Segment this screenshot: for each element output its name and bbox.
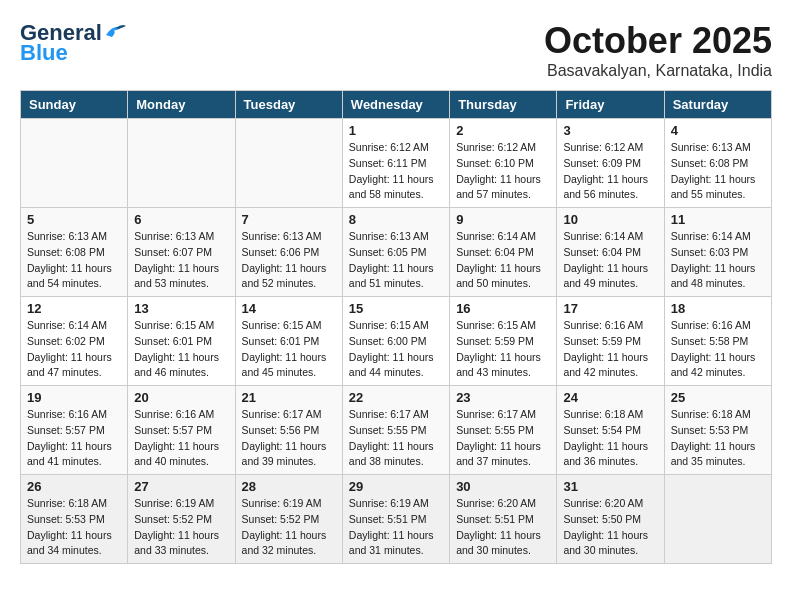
calendar-day-30: 30Sunrise: 6:20 AM Sunset: 5:51 PM Dayli… xyxy=(450,475,557,564)
calendar-day-9: 9Sunrise: 6:14 AM Sunset: 6:04 PM Daylig… xyxy=(450,208,557,297)
month-title: October 2025 xyxy=(544,20,772,62)
calendar-day-16: 16Sunrise: 6:15 AM Sunset: 5:59 PM Dayli… xyxy=(450,297,557,386)
day-info: Sunrise: 6:18 AM Sunset: 5:54 PM Dayligh… xyxy=(563,407,657,470)
day-number: 9 xyxy=(456,212,550,227)
day-number: 30 xyxy=(456,479,550,494)
calendar-day-21: 21Sunrise: 6:17 AM Sunset: 5:56 PM Dayli… xyxy=(235,386,342,475)
calendar-day-13: 13Sunrise: 6:15 AM Sunset: 6:01 PM Dayli… xyxy=(128,297,235,386)
calendar-day-empty xyxy=(235,119,342,208)
title-block: October 2025 Basavakalyan, Karnataka, In… xyxy=(544,20,772,80)
location-text: Basavakalyan, Karnataka, India xyxy=(544,62,772,80)
day-number: 5 xyxy=(27,212,121,227)
calendar-day-12: 12Sunrise: 6:14 AM Sunset: 6:02 PM Dayli… xyxy=(21,297,128,386)
calendar-week-row: 1Sunrise: 6:12 AM Sunset: 6:11 PM Daylig… xyxy=(21,119,772,208)
logo-blue-text: Blue xyxy=(20,40,68,66)
column-header-friday: Friday xyxy=(557,91,664,119)
day-info: Sunrise: 6:16 AM Sunset: 5:58 PM Dayligh… xyxy=(671,318,765,381)
day-number: 17 xyxy=(563,301,657,316)
day-number: 11 xyxy=(671,212,765,227)
column-header-wednesday: Wednesday xyxy=(342,91,449,119)
day-info: Sunrise: 6:19 AM Sunset: 5:52 PM Dayligh… xyxy=(134,496,228,559)
day-number: 6 xyxy=(134,212,228,227)
calendar-day-22: 22Sunrise: 6:17 AM Sunset: 5:55 PM Dayli… xyxy=(342,386,449,475)
calendar-day-26: 26Sunrise: 6:18 AM Sunset: 5:53 PM Dayli… xyxy=(21,475,128,564)
day-info: Sunrise: 6:19 AM Sunset: 5:52 PM Dayligh… xyxy=(242,496,336,559)
day-info: Sunrise: 6:12 AM Sunset: 6:10 PM Dayligh… xyxy=(456,140,550,203)
calendar-day-24: 24Sunrise: 6:18 AM Sunset: 5:54 PM Dayli… xyxy=(557,386,664,475)
day-number: 2 xyxy=(456,123,550,138)
calendar-week-row: 26Sunrise: 6:18 AM Sunset: 5:53 PM Dayli… xyxy=(21,475,772,564)
calendar-day-27: 27Sunrise: 6:19 AM Sunset: 5:52 PM Dayli… xyxy=(128,475,235,564)
day-number: 13 xyxy=(134,301,228,316)
calendar-day-empty xyxy=(128,119,235,208)
day-number: 16 xyxy=(456,301,550,316)
day-info: Sunrise: 6:15 AM Sunset: 5:59 PM Dayligh… xyxy=(456,318,550,381)
day-info: Sunrise: 6:15 AM Sunset: 6:01 PM Dayligh… xyxy=(134,318,228,381)
day-info: Sunrise: 6:18 AM Sunset: 5:53 PM Dayligh… xyxy=(27,496,121,559)
day-number: 15 xyxy=(349,301,443,316)
day-number: 24 xyxy=(563,390,657,405)
day-info: Sunrise: 6:18 AM Sunset: 5:53 PM Dayligh… xyxy=(671,407,765,470)
calendar-week-row: 5Sunrise: 6:13 AM Sunset: 6:08 PM Daylig… xyxy=(21,208,772,297)
day-number: 3 xyxy=(563,123,657,138)
day-info: Sunrise: 6:14 AM Sunset: 6:04 PM Dayligh… xyxy=(563,229,657,292)
day-number: 27 xyxy=(134,479,228,494)
calendar-day-15: 15Sunrise: 6:15 AM Sunset: 6:00 PM Dayli… xyxy=(342,297,449,386)
day-info: Sunrise: 6:13 AM Sunset: 6:05 PM Dayligh… xyxy=(349,229,443,292)
calendar-day-18: 18Sunrise: 6:16 AM Sunset: 5:58 PM Dayli… xyxy=(664,297,771,386)
day-number: 26 xyxy=(27,479,121,494)
day-info: Sunrise: 6:20 AM Sunset: 5:51 PM Dayligh… xyxy=(456,496,550,559)
day-info: Sunrise: 6:12 AM Sunset: 6:11 PM Dayligh… xyxy=(349,140,443,203)
calendar-day-25: 25Sunrise: 6:18 AM Sunset: 5:53 PM Dayli… xyxy=(664,386,771,475)
calendar-day-6: 6Sunrise: 6:13 AM Sunset: 6:07 PM Daylig… xyxy=(128,208,235,297)
day-info: Sunrise: 6:13 AM Sunset: 6:07 PM Dayligh… xyxy=(134,229,228,292)
day-info: Sunrise: 6:16 AM Sunset: 5:57 PM Dayligh… xyxy=(134,407,228,470)
day-info: Sunrise: 6:16 AM Sunset: 5:57 PM Dayligh… xyxy=(27,407,121,470)
day-info: Sunrise: 6:17 AM Sunset: 5:55 PM Dayligh… xyxy=(456,407,550,470)
calendar-day-17: 17Sunrise: 6:16 AM Sunset: 5:59 PM Dayli… xyxy=(557,297,664,386)
day-number: 1 xyxy=(349,123,443,138)
calendar-week-row: 19Sunrise: 6:16 AM Sunset: 5:57 PM Dayli… xyxy=(21,386,772,475)
day-info: Sunrise: 6:13 AM Sunset: 6:08 PM Dayligh… xyxy=(671,140,765,203)
calendar-day-2: 2Sunrise: 6:12 AM Sunset: 6:10 PM Daylig… xyxy=(450,119,557,208)
calendar-day-29: 29Sunrise: 6:19 AM Sunset: 5:51 PM Dayli… xyxy=(342,475,449,564)
calendar-week-row: 12Sunrise: 6:14 AM Sunset: 6:02 PM Dayli… xyxy=(21,297,772,386)
calendar-day-8: 8Sunrise: 6:13 AM Sunset: 6:05 PM Daylig… xyxy=(342,208,449,297)
column-header-saturday: Saturday xyxy=(664,91,771,119)
day-info: Sunrise: 6:17 AM Sunset: 5:55 PM Dayligh… xyxy=(349,407,443,470)
day-number: 22 xyxy=(349,390,443,405)
column-header-sunday: Sunday xyxy=(21,91,128,119)
calendar-day-5: 5Sunrise: 6:13 AM Sunset: 6:08 PM Daylig… xyxy=(21,208,128,297)
calendar-day-31: 31Sunrise: 6:20 AM Sunset: 5:50 PM Dayli… xyxy=(557,475,664,564)
day-number: 31 xyxy=(563,479,657,494)
calendar-day-empty xyxy=(664,475,771,564)
day-number: 28 xyxy=(242,479,336,494)
day-info: Sunrise: 6:14 AM Sunset: 6:02 PM Dayligh… xyxy=(27,318,121,381)
day-info: Sunrise: 6:14 AM Sunset: 6:03 PM Dayligh… xyxy=(671,229,765,292)
day-number: 23 xyxy=(456,390,550,405)
calendar-day-23: 23Sunrise: 6:17 AM Sunset: 5:55 PM Dayli… xyxy=(450,386,557,475)
day-number: 8 xyxy=(349,212,443,227)
column-header-monday: Monday xyxy=(128,91,235,119)
day-info: Sunrise: 6:15 AM Sunset: 6:00 PM Dayligh… xyxy=(349,318,443,381)
day-number: 21 xyxy=(242,390,336,405)
calendar-day-28: 28Sunrise: 6:19 AM Sunset: 5:52 PM Dayli… xyxy=(235,475,342,564)
page-header: General Blue October 2025 Basavakalyan, … xyxy=(20,20,772,80)
calendar-header-row: SundayMondayTuesdayWednesdayThursdayFrid… xyxy=(21,91,772,119)
calendar-day-7: 7Sunrise: 6:13 AM Sunset: 6:06 PM Daylig… xyxy=(235,208,342,297)
calendar-table: SundayMondayTuesdayWednesdayThursdayFrid… xyxy=(20,90,772,564)
calendar-day-11: 11Sunrise: 6:14 AM Sunset: 6:03 PM Dayli… xyxy=(664,208,771,297)
column-header-thursday: Thursday xyxy=(450,91,557,119)
calendar-day-1: 1Sunrise: 6:12 AM Sunset: 6:11 PM Daylig… xyxy=(342,119,449,208)
calendar-day-14: 14Sunrise: 6:15 AM Sunset: 6:01 PM Dayli… xyxy=(235,297,342,386)
day-number: 25 xyxy=(671,390,765,405)
day-number: 10 xyxy=(563,212,657,227)
day-info: Sunrise: 6:19 AM Sunset: 5:51 PM Dayligh… xyxy=(349,496,443,559)
calendar-day-19: 19Sunrise: 6:16 AM Sunset: 5:57 PM Dayli… xyxy=(21,386,128,475)
day-info: Sunrise: 6:15 AM Sunset: 6:01 PM Dayligh… xyxy=(242,318,336,381)
day-info: Sunrise: 6:20 AM Sunset: 5:50 PM Dayligh… xyxy=(563,496,657,559)
day-number: 4 xyxy=(671,123,765,138)
day-info: Sunrise: 6:13 AM Sunset: 6:08 PM Dayligh… xyxy=(27,229,121,292)
day-info: Sunrise: 6:16 AM Sunset: 5:59 PM Dayligh… xyxy=(563,318,657,381)
calendar-day-10: 10Sunrise: 6:14 AM Sunset: 6:04 PM Dayli… xyxy=(557,208,664,297)
